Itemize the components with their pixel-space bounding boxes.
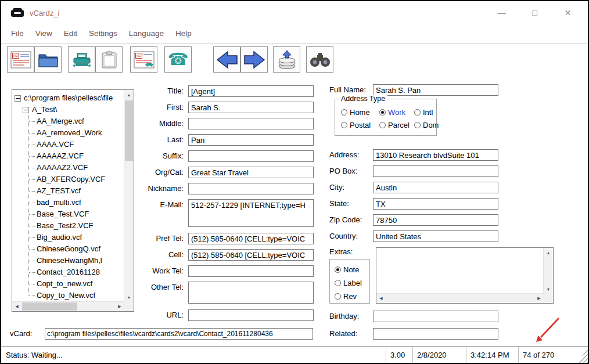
- scroll-up-icon[interactable]: ▲: [124, 90, 134, 99]
- othertel-input[interactable]: [188, 282, 314, 304]
- country-input[interactable]: [373, 230, 498, 242]
- export-button[interactable]: [273, 46, 300, 73]
- zipcode-label: Zip Code:: [329, 214, 373, 226]
- back-button[interactable]: [213, 46, 240, 73]
- address-type-postal-radio[interactable]: Postal: [341, 121, 379, 129]
- nickname-input[interactable]: [188, 183, 314, 194]
- tree-item[interactable]: Base_Test.VCF: [13, 208, 124, 220]
- menu-help[interactable]: Help: [175, 29, 192, 38]
- radio-icon: [379, 122, 386, 128]
- address-type-work-radio[interactable]: Work: [379, 108, 414, 117]
- clipboard-button[interactable]: [95, 46, 123, 73]
- city-label: City:: [329, 182, 373, 193]
- menu-language[interactable]: Language: [129, 29, 164, 38]
- address-input[interactable]: [373, 149, 498, 161]
- othertel-label: Other Tel:: [136, 282, 188, 293]
- city-input[interactable]: [373, 182, 498, 193]
- tree-vertical-scrollbar[interactable]: ▲ ▼: [124, 90, 134, 302]
- find-button[interactable]: [306, 46, 333, 73]
- cell-input[interactable]: [188, 249, 314, 261]
- tree-item[interactable]: Copt_to_new.vcf: [13, 278, 124, 290]
- new-vcard-button[interactable]: VCF: [7, 46, 34, 73]
- time-cell: 3:42:14 PM: [466, 347, 518, 363]
- last-field-row: Last:: [136, 134, 314, 146]
- extras-horizontal-scrollbar[interactable]: ◀ ▶: [376, 293, 544, 303]
- address-type-dom-radio[interactable]: Dom: [414, 121, 440, 129]
- typewriter-button[interactable]: [68, 46, 95, 73]
- last-input[interactable]: [188, 134, 314, 146]
- tree-item[interactable]: AZ_TEST.vcf: [13, 185, 124, 197]
- phone-button[interactable]: ☎: [164, 46, 192, 73]
- tree-item[interactable]: ChineseGongQ.vcf: [13, 243, 124, 255]
- tree-item[interactable]: AAAAAZ.VCF: [13, 150, 124, 162]
- vcard-view-icon: VCF: [134, 51, 155, 69]
- tree-item[interactable]: AA_removed_Work: [13, 127, 124, 139]
- extras-vertical-scrollbar[interactable]: ▲ ▼: [543, 248, 553, 294]
- scroll-right-icon[interactable]: ▶: [115, 302, 124, 311]
- tree-item[interactable]: Big_audio.vcf: [13, 232, 124, 243]
- title-input[interactable]: [188, 85, 314, 97]
- address-type-intl-radio[interactable]: Intl: [414, 108, 440, 117]
- scroll-down-icon[interactable]: ▼: [544, 284, 553, 294]
- tree-item[interactable]: bad_multi.vcf: [13, 197, 124, 208]
- tree-root[interactable]: c:\program files\pellesc\file: [13, 92, 124, 104]
- fullname-input[interactable]: [373, 84, 498, 96]
- menu-view[interactable]: View: [35, 29, 52, 38]
- orgcat-field-row: Org/Cat:: [136, 167, 314, 178]
- resize-grip[interactable]: [579, 347, 588, 363]
- tree-item[interactable]: AB_XFERCopy.VCF: [13, 174, 124, 185]
- orgcat-input[interactable]: [188, 167, 314, 178]
- menu-edit[interactable]: Edit: [64, 29, 77, 38]
- tree-item[interactable]: AAAA.VCF: [13, 139, 124, 150]
- extras-rev-radio[interactable]: Rev: [335, 292, 369, 301]
- tree-item[interactable]: Contact_20161128: [13, 266, 124, 278]
- extras-radio-group: Note Label Rev: [329, 259, 370, 304]
- pobox-field-row: PO Box:: [329, 165, 498, 177]
- vcard-label: vCard:: [10, 328, 45, 340]
- tree-item[interactable]: AA_Merge.vcf: [13, 116, 124, 127]
- tree-horizontal-scrollbar[interactable]: ◀ ▶: [12, 301, 124, 311]
- scroll-up-icon[interactable]: ▲: [544, 248, 553, 257]
- suffix-input[interactable]: [188, 150, 314, 162]
- tree-item[interactable]: Base_Test2.VCF: [13, 220, 124, 232]
- email-input[interactable]: [188, 199, 314, 227]
- menu-file[interactable]: File: [11, 29, 24, 38]
- tree-folder[interactable]: A_Test\: [13, 104, 124, 116]
- extras-label-radio[interactable]: Label: [335, 279, 369, 287]
- preftel-input[interactable]: [188, 233, 314, 244]
- scroll-left-icon[interactable]: ◀: [12, 302, 21, 311]
- worktel-input[interactable]: [188, 265, 314, 277]
- scroll-down-icon[interactable]: ▼: [124, 293, 134, 302]
- birthday-input[interactable]: [373, 311, 498, 322]
- extras-field[interactable]: ▲ ▼ ◀ ▶: [376, 247, 554, 304]
- tree-item[interactable]: ChineseHwangMh,l: [13, 255, 124, 266]
- url-input[interactable]: [188, 309, 314, 321]
- vcard-view-button[interactable]: VCF: [130, 46, 157, 73]
- address-type-home-radio[interactable]: Home: [341, 108, 379, 117]
- middle-input[interactable]: [188, 118, 314, 129]
- minimize-button[interactable]: —: [485, 1, 518, 24]
- scroll-right-icon[interactable]: ▶: [534, 294, 544, 303]
- fullname-label: Full Name:: [329, 84, 373, 96]
- vcard-path-input[interactable]: [45, 328, 313, 340]
- related-label: Related:: [329, 328, 373, 340]
- collapse-icon[interactable]: [15, 95, 21, 102]
- close-button[interactable]: ✕: [551, 1, 584, 24]
- state-input[interactable]: [373, 198, 498, 210]
- tree-item[interactable]: Copy_to_New.vcf: [13, 290, 124, 301]
- extras-note-radio[interactable]: Note: [335, 265, 369, 274]
- related-input[interactable]: [373, 328, 498, 340]
- menu-settings[interactable]: Settings: [89, 29, 117, 38]
- first-input[interactable]: [188, 102, 314, 113]
- address-type-options: Home Work Intl Postal Parcel Dom: [335, 99, 436, 129]
- scrollbar-thumb[interactable]: [125, 100, 133, 161]
- scroll-left-icon[interactable]: ◀: [376, 294, 386, 303]
- scrollbar-thumb[interactable]: [22, 302, 77, 311]
- open-folder-button[interactable]: [34, 46, 62, 73]
- pobox-input[interactable]: [373, 165, 498, 177]
- maximize-button[interactable]: □: [518, 1, 551, 24]
- forward-button[interactable]: [240, 46, 268, 73]
- address-type-parcel-radio[interactable]: Parcel: [379, 121, 414, 129]
- tree-item[interactable]: AAAAAZ2.VCF: [13, 162, 124, 174]
- zipcode-input[interactable]: [373, 214, 498, 226]
